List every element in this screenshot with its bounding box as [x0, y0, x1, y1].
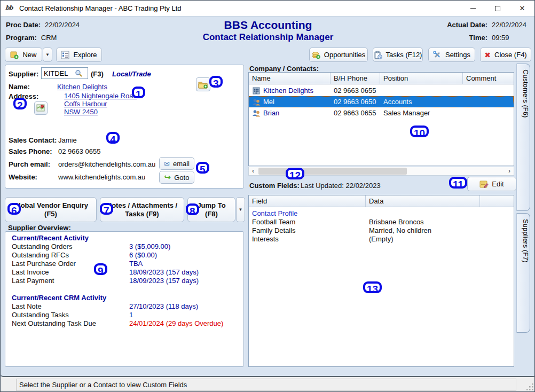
supplier-code-field[interactable] — [41, 67, 88, 79]
overview-row-label: Outstanding Tasks — [12, 311, 69, 319]
overview-row-label: Last Invoice — [12, 268, 49, 276]
titlebar: bb Contact Relationship Manager - ABC Tr… — [1, 1, 534, 17]
contact-name: Mel — [263, 98, 274, 106]
overview-row: Outstanding RFCs6 ($0.00) — [12, 251, 236, 260]
email-button-label: email — [173, 160, 190, 168]
search-icon[interactable] — [75, 69, 83, 77]
callout-9: 9 — [94, 263, 107, 275]
actual-date-value: 22/02/2024 — [492, 21, 531, 29]
folder-add-icon — [198, 80, 208, 89]
resize-grip[interactable] — [526, 383, 534, 391]
goto-button[interactable]: ↪Goto — [159, 171, 194, 184]
supplier-code-input[interactable] — [42, 69, 75, 77]
building-icon — [252, 87, 261, 95]
close-icon: ✕ — [520, 4, 525, 12]
contact-row[interactable]: Brian 02 9663 0655 Sales Manager — [249, 107, 514, 119]
custom-field-row[interactable]: Contact Profile — [249, 209, 514, 218]
explore-button[interactable]: Explore — [56, 48, 102, 62]
address-line-2-link[interactable]: Coffs Harbour — [64, 100, 107, 108]
custom-field-name: Football Team — [252, 218, 295, 226]
custom-field-row[interactable]: Family DetailsMarried, No children — [249, 226, 514, 235]
contact-name: Brian — [263, 109, 279, 117]
callout-10: 10 — [410, 126, 429, 137]
tasks-button[interactable]: Tasks (F12) — [373, 48, 423, 62]
company-contacts-label: Company / Contacts: — [249, 65, 319, 73]
contacts-people-icon — [252, 109, 261, 117]
envelope-icon: ✉ — [164, 160, 170, 168]
overview-row: Last Note27/10/2023 (118 days) — [12, 302, 236, 311]
callout-12: 12 — [286, 168, 304, 179]
explore-icon — [61, 51, 69, 59]
maximize-icon — [495, 6, 500, 11]
scrollbar-thumb[interactable] — [258, 168, 407, 175]
global-vendor-enquiry-line1: Global Vendor Enquiry — [13, 201, 88, 210]
app-logo-icon: bb — [5, 4, 15, 13]
contact-row-company[interactable]: Kitchen Delights 02 9663 0655 — [249, 85, 514, 96]
scroll-left-icon[interactable]: ‹ — [249, 167, 257, 175]
scroll-right-icon[interactable]: › — [505, 167, 514, 175]
settings-button[interactable]: Settings — [428, 48, 475, 62]
custom-field-group-link[interactable]: Contact Profile — [252, 209, 297, 217]
contact-row-selected[interactable]: Mel 02 9663 0650 Accounts — [249, 96, 514, 107]
address-line-1-link[interactable]: 1405 Nightengale Road — [64, 92, 137, 100]
purch-email-label: Purch email: — [9, 160, 50, 168]
tab-suppliers-label: Suppliers (F7) — [522, 219, 530, 263]
callout-6: 6 — [7, 203, 21, 215]
overview-row-value: 18/09/2023 (157 days) — [129, 268, 199, 276]
opportunities-button[interactable]: Opportunities — [309, 48, 368, 62]
close-form-button[interactable]: ✖ Close (F4) — [480, 48, 531, 62]
callout-13: 13 — [363, 281, 382, 293]
supplier-name-link[interactable]: Kitchen Delights — [57, 83, 107, 91]
contact-phone: 02 9663 0650 — [331, 98, 380, 106]
overview-row-label: Last Payment — [12, 277, 54, 285]
app-window: bb Contact Relationship Manager - ABC Tr… — [0, 0, 535, 392]
overview-row-label: Outstanding RFCs — [12, 251, 69, 259]
contacts-people-icon — [252, 98, 261, 106]
minimize-button[interactable] — [461, 1, 485, 16]
column-header-phone[interactable]: B/H Phone — [331, 73, 380, 84]
map-pin-icon — [36, 104, 45, 113]
overview-row: Outstanding Tasks1 — [12, 311, 236, 319]
close-window-button[interactable]: ✕ — [510, 1, 534, 16]
contact-position: Accounts — [380, 98, 463, 106]
custom-field-row[interactable]: Interests(Empty) — [249, 235, 514, 244]
overview-row: Next Outstanding Task Due24/01/2024 (29 … — [12, 319, 236, 328]
contact-name: Kitchen Delights — [263, 87, 313, 95]
goto-arrow-icon: ↪ — [164, 173, 171, 182]
column-header-name[interactable]: Name — [249, 73, 331, 84]
email-button[interactable]: ✉email — [159, 157, 194, 170]
new-dropdown-button[interactable]: ▼ — [43, 48, 52, 62]
attachments-folder-button[interactable] — [196, 77, 210, 91]
overview-row-label: Outstanding Orders — [12, 242, 72, 250]
chevron-down-icon: ▼ — [45, 52, 50, 57]
sales-phone-label: Sales Phone: — [9, 147, 52, 155]
custom-field-row[interactable]: Football TeamBrisbane Broncos — [249, 218, 514, 226]
custom-field-name: Interests — [252, 235, 279, 243]
new-button[interactable]: New — [5, 48, 42, 62]
overview-section-2: Current/Recent CRM Activity — [12, 294, 106, 302]
contact-phone: 02 9663 0655 — [331, 87, 380, 95]
column-header-comment[interactable]: Comment — [463, 73, 514, 84]
column-header-field[interactable]: Field — [249, 195, 366, 207]
overview-row-value-overdue: 24/01/2024 (29 days Overdue) — [129, 319, 223, 327]
address-line-3-link[interactable]: NSW 2450 — [64, 108, 98, 116]
contact-position: Sales Manager — [380, 109, 463, 117]
maximize-button[interactable] — [485, 1, 510, 16]
edit-button[interactable]: Edit — [467, 177, 516, 191]
notes-line2: Tasks (F9) — [125, 210, 159, 218]
column-header-data[interactable]: Data — [366, 195, 480, 207]
minimize-icon — [470, 8, 476, 9]
jump-to-dropdown-button[interactable]: ▼ — [236, 197, 245, 222]
custom-field-name: Family Details — [252, 226, 296, 234]
tab-customers[interactable]: Customers (F6) — [516, 64, 530, 211]
overview-row: Outstanding Orders3 ($5,009.00) — [12, 242, 236, 251]
overview-section-1: Current/Recent Activity — [12, 234, 89, 242]
window-title: Contact Relationship Manager - ABC Tradi… — [19, 4, 461, 12]
contacts-table: Name B/H Phone Position Comment Kitchen … — [248, 72, 514, 166]
custom-field-data: Brisbane Broncos — [369, 218, 424, 226]
tab-suppliers[interactable]: Suppliers (F7) — [516, 213, 530, 333]
column-header-position[interactable]: Position — [380, 73, 463, 84]
status-bar: Select the Supplier or a Contact to view… — [1, 377, 535, 392]
map-button[interactable] — [34, 101, 48, 115]
callout-2: 2 — [13, 98, 27, 109]
